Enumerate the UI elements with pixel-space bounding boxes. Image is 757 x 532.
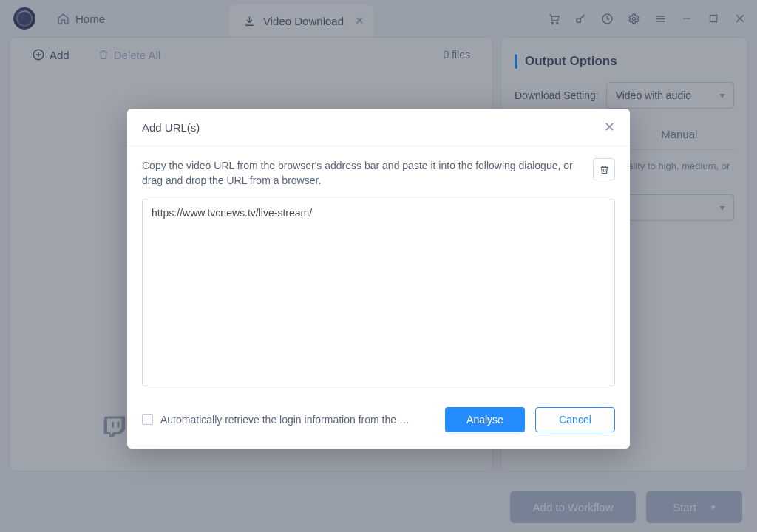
auto-login-checkbox[interactable] xyxy=(142,414,153,425)
cancel-label: Cancel xyxy=(559,414,591,426)
cancel-button[interactable]: Cancel xyxy=(535,407,615,432)
analyse-button[interactable]: Analyse xyxy=(445,407,525,432)
modal-close-icon[interactable]: ✕ xyxy=(604,119,615,135)
modal-title: Add URL(s) xyxy=(142,121,200,134)
analyse-label: Analyse xyxy=(466,414,503,426)
clear-url-button[interactable] xyxy=(593,158,615,180)
url-input[interactable] xyxy=(142,199,615,386)
add-url-modal: Add URL(s) ✕ Copy the video URL from the… xyxy=(127,109,630,449)
auto-login-label: Automatically retrieve the login informa… xyxy=(160,414,412,426)
modal-instruction: Copy the video URL from the browser's ad… xyxy=(142,158,584,188)
